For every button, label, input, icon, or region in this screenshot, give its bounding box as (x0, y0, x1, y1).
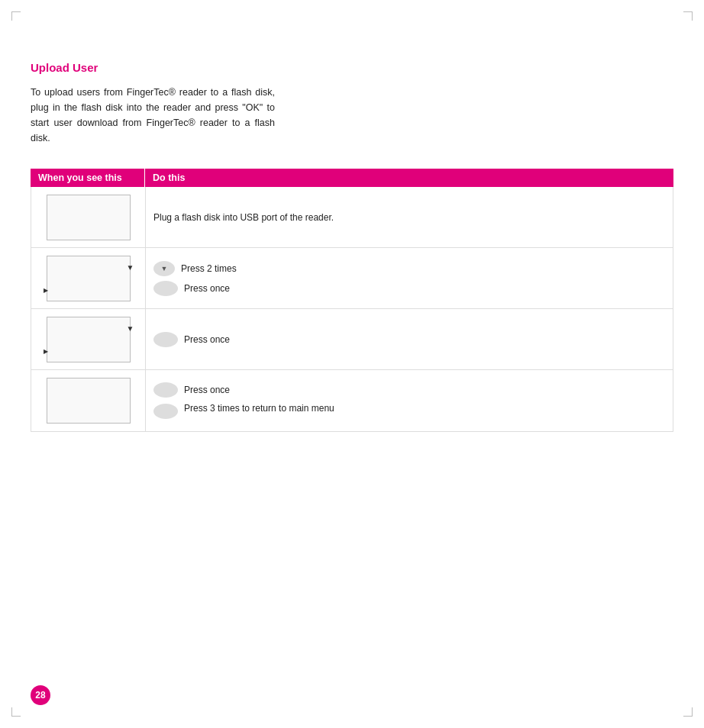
button-row-3a: Press once (153, 332, 665, 347)
btn-label-3a: Press once (184, 334, 230, 345)
plug-instruction: Plug a flash disk into USB port of the r… (153, 208, 665, 227)
intro-paragraph: To upload users from FingerTec® reader t… (31, 85, 275, 146)
button-row-2b: Press once (153, 281, 665, 296)
ok-button-icon-4a (153, 382, 178, 398)
btn-label-2b: Press once (184, 283, 230, 294)
button-row-2a: Press 2 times (153, 261, 665, 276)
table-row: Press 2 times Press once (31, 248, 673, 309)
page-number: 28 (31, 685, 50, 705)
ok-button-icon-4b (153, 404, 178, 419)
cell-do-1: Plug a flash disk into USB port of the r… (146, 187, 673, 247)
section-title: Upload User (31, 61, 673, 74)
arrow-down-icon-2 (127, 322, 134, 333)
screen-mockup-1 (47, 195, 131, 240)
arrow-right-icon (44, 283, 48, 295)
screen-mockup-2 (47, 256, 131, 301)
cell-do-3: Press once (146, 309, 673, 369)
cell-when-4 (31, 370, 146, 431)
header-when: When you see this (31, 169, 145, 187)
arrow-down-icon (127, 261, 134, 272)
header-do: Do this (145, 169, 673, 187)
cell-when-2 (31, 248, 146, 308)
btn-label-4a: Press once (184, 385, 230, 395)
table-body: Plug a flash disk into USB port of the r… (31, 187, 673, 432)
table-row: Press once Press 3 times to return to ma… (31, 370, 673, 431)
cell-when-3 (31, 309, 146, 369)
screen-mockup-4 (47, 378, 131, 424)
arrow-right-icon-2 (44, 344, 48, 356)
button-row-4a: Press once (153, 382, 665, 398)
ok-button-icon-3 (153, 332, 178, 347)
button-row-4b: Press 3 times to return to main menu (153, 402, 665, 419)
btn-label-2a: Press 2 times (181, 263, 237, 274)
table-row: Press once (31, 309, 673, 370)
btn-label-4b: Press 3 times to return to main menu (184, 402, 334, 415)
cell-do-4: Press once Press 3 times to return to ma… (146, 370, 673, 431)
cell-do-2: Press 2 times Press once (146, 248, 673, 308)
table-row: Plug a flash disk into USB port of the r… (31, 187, 673, 248)
cell-when-1 (31, 187, 146, 247)
ok-button-icon (153, 281, 178, 296)
screen-mockup-3 (47, 317, 131, 362)
instruction-table: When you see this Do this Plug a flash d… (31, 169, 673, 432)
down-button-icon (153, 261, 175, 276)
table-header: When you see this Do this (31, 169, 673, 187)
